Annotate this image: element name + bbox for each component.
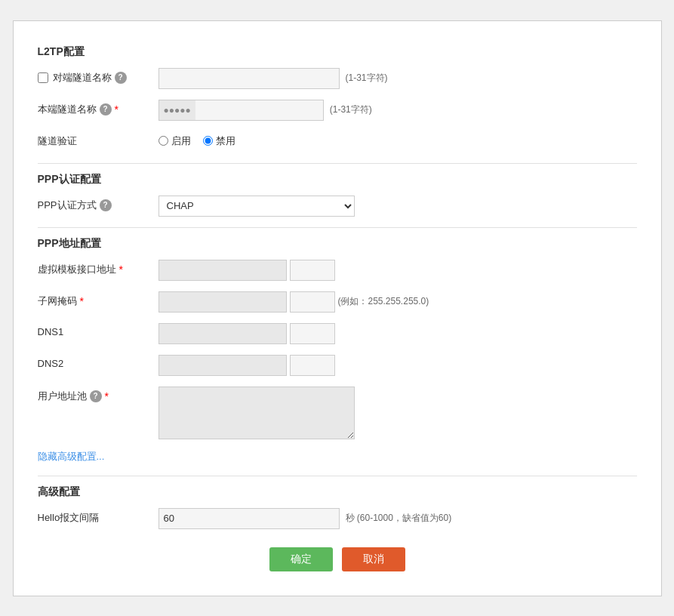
user-pool-label: 用户地址池 ? * bbox=[38, 387, 158, 403]
peer-tunnel-name-label: 对端隧道名称 ? bbox=[38, 68, 158, 85]
local-tunnel-name-row: 本端隧道名称 ? * ●●●●● (1-31字符) bbox=[38, 100, 637, 121]
local-tunnel-name-required: * bbox=[115, 103, 118, 116]
local-tunnel-name-help-icon[interactable]: ? bbox=[100, 103, 112, 116]
ppp-auth-method-help-icon[interactable]: ? bbox=[100, 199, 112, 211]
dns1-label: DNS1 bbox=[38, 323, 158, 337]
user-pool-textarea[interactable] bbox=[158, 387, 355, 439]
dns2-extra-input[interactable] bbox=[290, 355, 335, 376]
user-pool-required: * bbox=[105, 390, 109, 402]
tunnel-auth-label: 隧道验证 bbox=[38, 131, 158, 148]
l2tp-section-title: L2TP配置 bbox=[38, 45, 637, 59]
cancel-button[interactable]: 取消 bbox=[342, 547, 405, 571]
peer-tunnel-name-checkbox[interactable] bbox=[38, 72, 48, 83]
peer-tunnel-name-hint: (1-31字符) bbox=[346, 72, 388, 85]
virtual-template-mask-input[interactable] bbox=[290, 260, 335, 281]
confirm-button[interactable]: 确定 bbox=[269, 547, 333, 571]
local-tunnel-name-label: 本端隧道名称 ? * bbox=[38, 100, 158, 116]
advanced-section-title: 高级配置 bbox=[38, 485, 637, 499]
subnet-mask-label: 子网掩码 * bbox=[38, 291, 158, 308]
user-pool-row: 用户地址池 ? * bbox=[38, 387, 637, 439]
subnet-mask-row: 子网掩码 * (例如：255.255.255.0) bbox=[38, 291, 637, 313]
local-tunnel-name-input[interactable] bbox=[195, 100, 324, 121]
tunnel-auth-disable-radio[interactable] bbox=[203, 136, 213, 146]
subnet-mask-extra-input[interactable] bbox=[290, 291, 335, 313]
hello-interval-hint: 秒 (60-1000，缺省值为60) bbox=[346, 512, 452, 525]
tunnel-auth-enable-radio[interactable] bbox=[158, 136, 168, 146]
dns2-input[interactable] bbox=[158, 355, 287, 376]
main-dialog: L2TP配置 对端隧道名称 ? (1-31字符) 本端隧道名称 ? * ●●● bbox=[13, 20, 662, 596]
ppp-auth-section-title: PPP认证配置 bbox=[38, 173, 637, 186]
peer-tunnel-name-row: 对端隧道名称 ? (1-31字符) bbox=[38, 68, 637, 89]
hello-interval-input[interactable] bbox=[158, 508, 340, 529]
local-tunnel-name-hint: (1-31字符) bbox=[330, 103, 372, 116]
dns1-input[interactable] bbox=[158, 323, 287, 344]
dns1-extra-input[interactable] bbox=[290, 323, 335, 344]
advanced-link-wrap: 隐藏高级配置... bbox=[38, 450, 637, 464]
local-tunnel-name-input-wrap: ●●●●● bbox=[158, 100, 324, 121]
tunnel-auth-radio-group: 启用 禁用 bbox=[158, 131, 235, 148]
ppp-auth-method-select[interactable]: CHAP PAP MS-CHAP MS-CHAPv2 bbox=[158, 196, 355, 217]
ppp-auth-method-label: PPP认证方式 ? bbox=[38, 196, 158, 212]
subnet-mask-required: * bbox=[80, 295, 84, 307]
ppp-addr-section-title: PPP地址配置 bbox=[38, 237, 637, 251]
dns2-row: DNS2 bbox=[38, 355, 637, 376]
virtual-template-ip-input[interactable] bbox=[158, 260, 287, 281]
peer-tunnel-name-input[interactable] bbox=[158, 68, 340, 89]
subnet-mask-input[interactable] bbox=[158, 291, 287, 313]
tunnel-auth-row: 隧道验证 启用 禁用 bbox=[38, 131, 637, 152]
dns1-row: DNS1 bbox=[38, 323, 637, 344]
subnet-mask-hint: (例如：255.255.255.0) bbox=[338, 295, 429, 308]
user-pool-help-icon[interactable]: ? bbox=[90, 390, 102, 402]
hello-interval-row: Hello报文间隔 秒 (60-1000，缺省值为60) bbox=[38, 508, 637, 529]
advanced-toggle-link[interactable]: 隐藏高级配置... bbox=[38, 451, 105, 462]
dns2-label: DNS2 bbox=[38, 355, 158, 369]
peer-tunnel-name-help-icon[interactable]: ? bbox=[115, 72, 127, 84]
local-tunnel-name-prefix: ●●●●● bbox=[158, 100, 195, 121]
hello-interval-label: Hello报文间隔 bbox=[38, 508, 158, 525]
tunnel-auth-disable-label[interactable]: 禁用 bbox=[203, 134, 235, 148]
tunnel-auth-enable-label[interactable]: 启用 bbox=[158, 134, 191, 148]
virtual-template-row: 虚拟模板接口地址 * bbox=[38, 260, 637, 281]
virtual-template-label: 虚拟模板接口地址 * bbox=[38, 260, 158, 276]
ppp-auth-method-row: PPP认证方式 ? CHAP PAP MS-CHAP MS-CHAPv2 bbox=[38, 196, 637, 217]
virtual-template-required: * bbox=[119, 263, 123, 276]
bottom-buttons: 确定 取消 bbox=[38, 547, 637, 578]
